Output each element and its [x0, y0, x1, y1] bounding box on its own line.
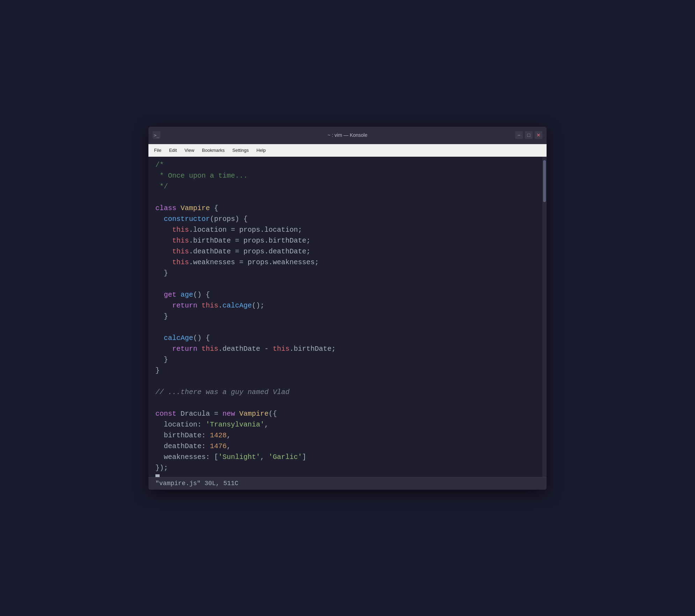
code-line-24: const Dracula = new Vampire({	[155, 408, 542, 419]
code-line-7: this.location = props.location;	[155, 224, 542, 235]
code-line-6: constructor(props) {	[155, 214, 542, 224]
code-line-15: }	[155, 311, 542, 322]
code-line-14: return this.calcAge();	[155, 300, 542, 311]
window-title: ~ : vim — Konsole	[328, 132, 367, 138]
code-line-25: location: 'Transylvania',	[155, 419, 542, 430]
code-line-8: this.birthDate = props.birthDate;	[155, 235, 542, 246]
title-bar-left: >_	[153, 131, 160, 139]
menu-view[interactable]: View	[181, 146, 198, 154]
code-line-2: * Once upon a time...	[155, 170, 542, 181]
code-line-19: }	[155, 354, 542, 365]
code-line-29: });	[155, 462, 542, 473]
code-line-23	[155, 398, 542, 408]
close-button[interactable]: ✕	[535, 131, 542, 139]
code-line-13: get age() {	[155, 289, 542, 300]
code-line-11: }	[155, 268, 542, 279]
code-line-18: return this.deathDate - this.birthDate;	[155, 343, 542, 354]
status-bar: "vampire.js" 30L, 511C	[148, 477, 547, 490]
code-line-10: this.weaknesses = props.weaknesses;	[155, 257, 542, 268]
code-editor[interactable]: /* * Once upon a time... */ class Vampir…	[148, 157, 542, 477]
menu-settings[interactable]: Settings	[229, 146, 252, 154]
code-line-28: weaknesses: ['Sunlight', 'Garlic']	[155, 452, 542, 462]
title-bar-controls: − □ ✕	[515, 131, 542, 139]
menu-bookmarks[interactable]: Bookmarks	[198, 146, 228, 154]
code-line-20: }	[155, 365, 542, 376]
code-line-27: deathDate: 1476,	[155, 441, 542, 452]
code-line-4	[155, 192, 542, 203]
prompt-icon: >_	[153, 131, 160, 139]
code-line-12	[155, 279, 542, 289]
menu-file[interactable]: File	[151, 146, 165, 154]
menu-bar: File Edit View Bookmarks Settings Help	[148, 144, 547, 157]
code-line-3: */	[155, 181, 542, 192]
menu-help[interactable]: Help	[253, 146, 269, 154]
scrollbar[interactable]	[542, 157, 547, 477]
text-cursor	[155, 474, 160, 477]
menu-edit[interactable]: Edit	[166, 146, 180, 154]
status-text: "vampire.js" 30L, 511C	[155, 480, 239, 487]
code-line-26: birthDate: 1428,	[155, 430, 542, 441]
code-line-21	[155, 376, 542, 387]
minimize-button[interactable]: −	[515, 131, 523, 139]
maximize-button[interactable]: □	[525, 131, 533, 139]
editor-area: /* * Once upon a time... */ class Vampir…	[148, 157, 547, 477]
konsole-window: >_ ~ : vim — Konsole − □ ✕ File Edit Vie…	[148, 127, 547, 490]
code-line-5: class Vampire {	[155, 203, 542, 214]
title-bar: >_ ~ : vim — Konsole − □ ✕	[148, 127, 547, 144]
code-line-16	[155, 322, 542, 333]
code-line-1: /*	[155, 159, 542, 170]
code-line-17: calcAge() {	[155, 333, 542, 343]
code-line-9: this.deathDate = props.deathDate;	[155, 246, 542, 257]
scrollbar-thumb[interactable]	[543, 160, 546, 202]
code-line-30	[155, 473, 542, 477]
code-line-22: // ...there was a guy named Vlad	[155, 387, 542, 398]
